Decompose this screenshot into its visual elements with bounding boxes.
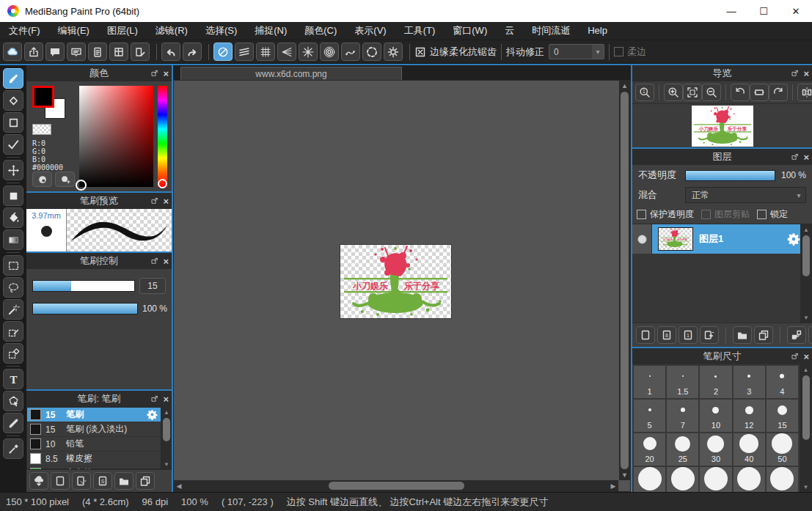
zoom-out-button[interactable] [702,84,721,101]
blend-mode-select[interactable]: 正常 ▾ [685,187,806,203]
brush-list-item[interactable]: 10铅笔 [27,437,161,452]
undo-arrow-button[interactable] [161,43,180,61]
brush-size-cell[interactable] [700,467,731,492]
layer-list-scrollbar[interactable]: ▲ ▼ [800,224,812,323]
lasso-tool-button[interactable] [3,277,23,298]
zoom-original-button[interactable]: 1 [635,84,654,101]
redo-arrow-button[interactable] [183,43,202,61]
move-tool-button[interactable] [3,160,23,180]
zoom-in-button[interactable] [664,84,683,101]
menu-item-11[interactable]: 云 [496,22,523,40]
brush-duplicate-button[interactable] [136,472,155,490]
gradient-tool-button[interactable] [3,229,23,250]
brush-size-value[interactable]: 15 [139,278,166,294]
sv-cursor[interactable] [76,180,87,191]
brush-size-cell[interactable]: 25 [667,433,698,466]
brush-list-scrollbar[interactable]: ▲ ▼ [161,407,172,469]
brush-folder-button[interactable] [114,472,133,490]
navigator-thumbnail[interactable] [692,106,753,147]
menu-item-3[interactable]: 图层(L) [98,22,147,40]
brush-size-cell[interactable]: 4 [767,366,798,398]
close-icon[interactable]: × [163,196,169,207]
layer-opacity-slider[interactable] [685,170,775,181]
brush-size-scrollbar[interactable]: ▲ ▼ [800,364,812,492]
document-grid-button[interactable] [109,43,128,61]
layer-folder-button[interactable] [733,326,752,344]
brush-list-item[interactable]: 15笔刷 [27,408,161,422]
scrollbar-thumb[interactable] [621,92,629,469]
fill-rect-tool-button[interactable] [3,185,23,206]
brush-size-cell[interactable]: 5 [634,400,665,432]
close-icon[interactable]: × [803,152,809,163]
brush-size-cell[interactable]: 7 [667,400,698,432]
scroll-up-icon[interactable]: ▲ [801,224,811,235]
brush-tool-button[interactable] [3,68,23,89]
chat-bubble-button[interactable] [45,43,65,61]
menu-item-13[interactable]: Help [579,22,616,40]
popout-icon[interactable] [151,197,159,205]
polyline-pen-tool-button[interactable] [3,134,23,155]
soft-edge-checkbox[interactable]: 柔边 [614,45,646,59]
minimize-button[interactable]: — [715,0,747,22]
popout-icon[interactable] [791,153,800,161]
hue-slider[interactable] [158,86,167,187]
operation-tool-button[interactable] [3,391,23,411]
snap-parallel-button[interactable] [235,43,254,61]
snap-cross-button[interactable] [256,43,275,61]
scroll-down-icon[interactable]: ▼ [620,470,630,480]
menu-item-6[interactable]: 捕捉(N) [246,22,296,40]
scroll-up-icon[interactable]: ▲ [801,364,811,375]
flip-horizontal-button[interactable] [797,84,812,101]
snap-concentric-button[interactable] [320,43,339,61]
brush-size-cell[interactable]: 10 [700,400,731,432]
select-rect-tool-button[interactable] [3,255,23,276]
brush-script-button[interactable]: S [93,472,112,490]
brush-size-cell[interactable] [634,467,665,492]
scrollbar-thumb[interactable] [163,418,170,441]
layer-visibility-toggle[interactable] [632,224,652,254]
brush-size-cell[interactable]: 15 [767,400,798,432]
text-tool-button[interactable]: T [3,369,23,389]
scroll-up-icon[interactable]: ▲ [161,407,172,417]
canvas-document[interactable] [340,245,451,318]
popout-icon[interactable] [151,257,159,265]
document-edit-button[interactable] [131,43,150,61]
scroll-down-icon[interactable]: ▼ [801,482,811,492]
layer-trash-button[interactable] [808,326,812,344]
close-icon[interactable]: × [163,68,169,79]
snap-radial-button[interactable] [299,43,318,61]
rotate-left-button[interactable] [731,84,750,101]
scrollbar-thumb[interactable] [802,375,810,440]
new-document-button[interactable] [88,43,107,61]
brush-new-menu-button[interactable] [72,472,91,490]
brush-new-button[interactable] [51,472,70,490]
scrollbar-thumb[interactable] [329,482,464,490]
snap-vanishing-button[interactable] [277,43,296,61]
brush-size-cell[interactable]: 40 [734,433,765,466]
select-pen-tool-button[interactable] [3,321,23,342]
transparent-color-swatch[interactable] [32,124,51,135]
brush-size-cell[interactable] [767,467,798,492]
brush-size-cell[interactable]: 50 [767,433,798,466]
layer-merge-button[interactable] [787,326,806,344]
clipping-checkbox[interactable]: 图层剪贴 [701,208,750,221]
shape-brush-tool-button[interactable] [3,112,23,133]
scroll-up-icon[interactable]: ▲ [620,81,630,91]
protect-alpha-checkbox[interactable]: 保护透明度 [637,208,694,221]
brush-list-item[interactable]: 8.5橡皮擦 [27,452,161,466]
close-icon[interactable]: × [163,256,169,267]
layer-new-1bit-button[interactable]: 1 [679,326,698,344]
popout-icon[interactable] [151,70,159,78]
share-upload-button[interactable] [24,43,43,61]
bucket-tool-button[interactable] [3,207,23,228]
brush-size-cell[interactable]: 2 [700,366,731,398]
menu-item-8[interactable]: 表示(V) [345,22,395,40]
palette-add-button[interactable] [55,172,75,187]
lock-checkbox[interactable]: 锁定 [757,208,788,221]
eraser-tool-button[interactable] [3,90,23,111]
magic-wand-tool-button[interactable] [3,299,23,320]
foreground-color-swatch[interactable] [32,86,54,108]
rotate-reset-button[interactable] [750,84,769,101]
scroll-left-icon[interactable]: ◀ [174,481,184,491]
popout-icon[interactable] [791,70,800,78]
